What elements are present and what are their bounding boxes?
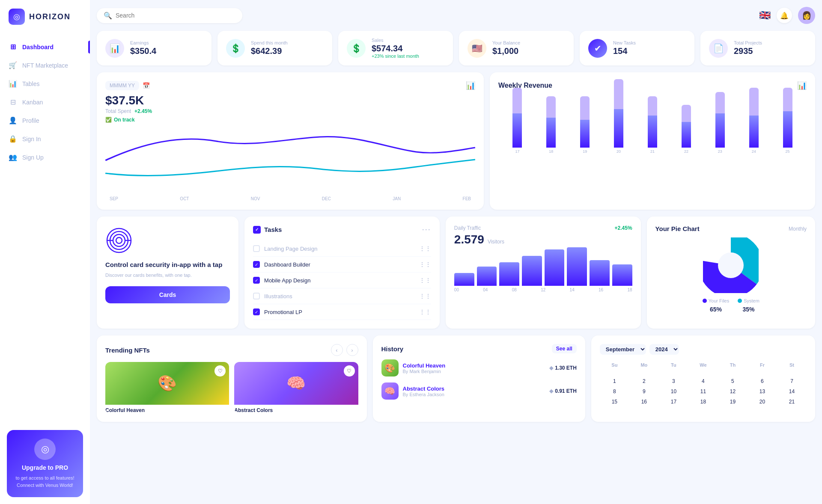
sidebar-item-profile[interactable]: 👤 Profile	[0, 111, 90, 130]
system-legend-pct: 35%	[743, 306, 755, 313]
spending-chart-card: MMMM YY 📅 📊 $37.5K Total Spent +2.45% ✅ …	[97, 72, 484, 210]
cal-day[interactable]: 2	[629, 376, 659, 386]
projects-value: 2935	[734, 46, 762, 56]
notification-bell[interactable]: 🔔	[777, 8, 792, 23]
traffic-bar	[522, 256, 542, 286]
bar-group: 22	[671, 105, 701, 154]
bar-label: 24	[752, 149, 756, 154]
drag-handle[interactable]: ⋮⋮	[419, 245, 431, 252]
history-name: Abstract Colors	[403, 385, 445, 392]
drag-handle[interactable]: ⋮⋮	[419, 261, 431, 268]
sales-value: $574.34	[372, 44, 419, 53]
bar-label: 21	[650, 149, 655, 154]
bar-label: 19	[583, 149, 587, 154]
cal-day[interactable]: 21	[777, 397, 807, 407]
task-checkbox[interactable]	[253, 245, 260, 252]
task-checkbox[interactable]: ✓	[253, 261, 260, 268]
cards-button[interactable]: Cards	[105, 286, 230, 303]
cal-day	[600, 372, 629, 376]
cal-day[interactable]: 7	[777, 376, 807, 386]
drag-handle[interactable]: ⋮⋮	[419, 293, 431, 299]
pie-legend: Your Files 65% System 35%	[655, 298, 807, 313]
sidebar-item-dashboard[interactable]: ⊞ Dashboard	[0, 38, 90, 56]
cal-day[interactable]: 5	[718, 376, 748, 386]
month-select[interactable]: September	[600, 344, 646, 355]
tasks-icon: ✔	[588, 39, 607, 58]
cal-day[interactable]: 12	[718, 386, 748, 397]
earnings-value: $350.4	[130, 46, 156, 56]
history-by: By Mark Benjamin	[403, 369, 446, 374]
cal-day	[629, 372, 659, 376]
avatar[interactable]: 👩	[798, 7, 815, 24]
visitors-label: Visitors	[488, 239, 504, 245]
tasks-menu[interactable]: ···	[422, 225, 431, 234]
sidebar-item-signin[interactable]: 🔒 Sign In	[0, 130, 90, 148]
sidebar-item-nft[interactable]: 🛒 NFT Marketplace	[0, 56, 90, 74]
cal-day[interactable]: 15	[600, 397, 629, 407]
cal-day-header: Fr	[748, 361, 777, 369]
traffic-label: Daily Traffic	[454, 225, 481, 231]
search-input[interactable]	[116, 12, 235, 19]
traffic-x-label: 12	[541, 288, 545, 292]
cal-day[interactable]: 10	[659, 386, 688, 397]
bottom-row: Control card security in-app with a tap …	[97, 216, 815, 329]
cal-day[interactable]: 18	[688, 397, 718, 407]
drag-handle[interactable]: ⋮⋮	[419, 277, 431, 284]
balance-label: Your Balance	[492, 40, 520, 45]
history-item: 🎨 Colorful Heaven By Mark Benjamin ◆ 1.3…	[381, 359, 577, 377]
traffic-bar	[454, 273, 474, 286]
task-checkbox[interactable]: ✓	[253, 277, 260, 284]
task-checkbox[interactable]	[253, 293, 260, 299]
history-info: Colorful Heaven By Mark Benjamin	[403, 362, 446, 374]
cal-day[interactable]: 11	[688, 386, 718, 397]
pie-period[interactable]: Monthly	[789, 226, 807, 232]
cal-day	[718, 372, 748, 376]
nft-heart-button[interactable]: ♡	[344, 365, 355, 377]
calendar-selects: September 2024	[600, 344, 679, 355]
sidebar-item-signup[interactable]: 👥 Sign Up	[0, 148, 90, 166]
history-header: History See all	[381, 344, 577, 353]
traffic-value-row: 2.579 Visitors	[454, 233, 632, 246]
weekly-bar-chart: 171819202122232425	[498, 94, 807, 154]
spend-label: Spend this month	[251, 40, 288, 45]
cal-day[interactable]: 1	[600, 376, 629, 386]
history-title: History	[381, 345, 404, 353]
cal-day[interactable]: 17	[659, 397, 688, 407]
cal-day[interactable]: 13	[748, 386, 777, 397]
cal-day[interactable]: 20	[748, 397, 777, 407]
legend-item-files: Your Files 65%	[703, 298, 730, 313]
nft-prev-button[interactable]: ‹	[331, 344, 343, 356]
x-label: NOV	[251, 196, 260, 201]
cal-day[interactable]: 14	[777, 386, 807, 397]
task-item: ✓ Promotional LP ⋮⋮	[253, 304, 431, 320]
logo: ◎ HORIZON	[0, 9, 90, 38]
x-label: DEC	[322, 196, 331, 201]
nft-next-button[interactable]: ›	[346, 344, 358, 356]
traffic-bar	[567, 247, 587, 286]
sidebar-item-tables[interactable]: 📊 Tables	[0, 74, 90, 93]
files-legend-label: Your Files	[709, 298, 730, 303]
search-bar[interactable]: 🔍	[97, 8, 242, 23]
cal-day[interactable]: 16	[629, 397, 659, 407]
stat-card-info: Total Projects 2935	[734, 40, 762, 56]
calendar-icon[interactable]: 📅	[143, 82, 150, 89]
cal-day[interactable]: 8	[600, 386, 629, 397]
cal-day-header: Tu	[659, 361, 688, 369]
cal-day[interactable]: 3	[659, 376, 688, 386]
task-checkbox[interactable]: ✓	[253, 308, 260, 315]
drag-handle[interactable]: ⋮⋮	[419, 308, 431, 315]
cal-day[interactable]: 6	[748, 376, 777, 386]
x-labels: SEP OCT NOV DEC JAN FEB	[105, 196, 475, 201]
system-legend-dot	[738, 299, 742, 303]
cal-day[interactable]: 9	[629, 386, 659, 397]
nft-thumbnail: 🎨	[105, 362, 229, 405]
spend-icon: 💲	[226, 39, 245, 58]
flag-icon[interactable]: 🇬🇧	[759, 10, 771, 21]
cal-day[interactable]: 19	[718, 397, 748, 407]
traffic-bar	[499, 262, 519, 286]
see-all-button[interactable]: See all	[552, 344, 577, 353]
sidebar-item-kanban[interactable]: ⊟ Kanban	[0, 93, 90, 111]
cal-day[interactable]: 4	[688, 376, 718, 386]
traffic-x-label: 14	[570, 288, 575, 292]
year-select[interactable]: 2024	[649, 344, 679, 355]
